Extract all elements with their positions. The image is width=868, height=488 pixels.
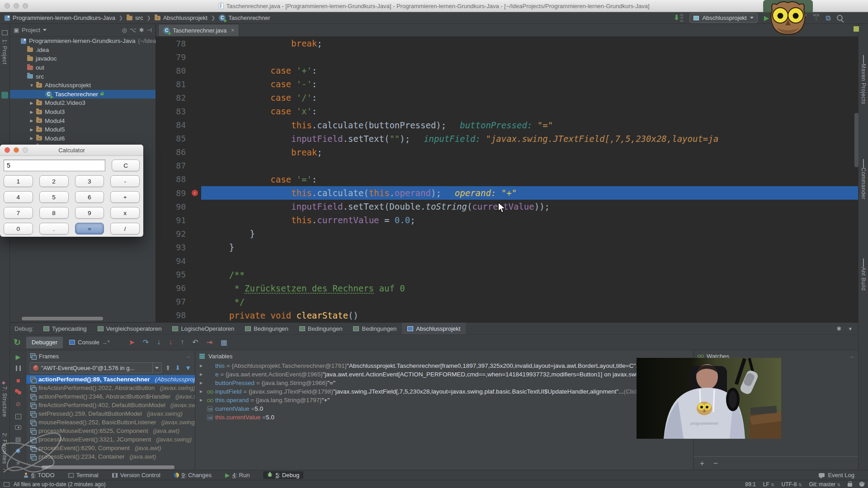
drop-frame-icon[interactable]: ↶ [192,338,198,347]
tree-collapsed-icon[interactable]: ▶ [200,389,207,394]
stack-frame-row[interactable]: actionPerformed():2346, AbstractButton$H… [26,392,195,401]
variable-row[interactable]: ▶inputField = {javax.swing.JTextField@17… [195,387,693,396]
stack-frame-row[interactable]: fireActionPerformed():2022, AbstractButt… [26,384,195,392]
evaluate-expression-icon[interactable]: ▦ [221,338,227,347]
toolwindow-button-changes[interactable]: 9: Changes [174,472,212,479]
stack-frame-row[interactable]: actionPerformed():89, Taschenrechner(Abs… [26,375,195,384]
stack-frame-row[interactable]: processMouseEvent():3321, JComponent(jav… [26,435,195,444]
minimize-icon[interactable] [14,147,19,153]
gutter-line-number[interactable]: 92 [156,227,201,240]
more-icon[interactable]: » [10,459,26,466]
inspection-status-icon[interactable] [854,26,859,32]
toolwindow-button-versioncontrol[interactable]: Version Control [112,472,160,479]
sidebar-item-project[interactable]: 1: Project [1,39,8,65]
run-config-combo[interactable]: Abschlussprojekt [689,13,757,23]
restore-layout-icon[interactable]: ▤ [10,436,26,443]
calculator-button-2[interactable]: 2 [39,175,69,187]
encoding-selector[interactable]: UTF-8 ⇅ [782,481,802,488]
tree-item-modul5[interactable]: ▶Modul5 [10,125,156,134]
gutter-line-number[interactable]: 97 [156,295,201,309]
stack-frame-row[interactable]: mouseReleased():252, BasicButtonListener… [26,418,195,427]
calculator-window[interactable]: Calculator 5 C 123-456+789x0.=/ [0,145,143,237]
zoom-window-icon[interactable] [23,3,28,9]
calculator-button-6[interactable]: 6 [75,191,104,203]
debug-tab-bedingungen[interactable]: Bedingungen [348,323,402,334]
tree-item-javadoc[interactable]: javadoc [10,54,156,63]
tab-debugger[interactable]: Debugger [26,337,63,348]
calculator-title-bar[interactable]: Calculator [0,145,143,156]
gutter-line-number[interactable]: 94 [156,254,201,268]
line-ending-selector[interactable]: LF ⇅ [763,481,774,488]
tree-expanded-icon[interactable]: ▼ [29,83,34,88]
tree-item-abschlussprojekt[interactable]: ▼Abschlussprojekt [10,81,156,90]
calculator-display-field[interactable]: 5 [4,160,105,171]
tool-window-icon[interactable] [1,92,8,99]
chevron-down-icon[interactable] [155,367,159,369]
tree-item-modul6[interactable]: ▶Modul6 [10,134,156,143]
collapse-all-icon[interactable]: ⌥ [130,27,137,33]
mute-breakpoints-icon[interactable]: ⊘ [10,400,26,408]
view-breakpoints-icon[interactable] [10,389,26,396]
editor-tab[interactable]: C Taschenrechner.java × [158,24,239,36]
diff-icon[interactable]: ⧉ [826,14,830,21]
thread-dump-icon[interactable]: ↑ [10,412,26,419]
gutter-line-number[interactable]: 89 [156,186,201,200]
tree-item--idea[interactable]: .idea [10,46,156,55]
close-tab-icon[interactable]: × [231,27,234,33]
calculator-button-=[interactable]: = [75,223,104,235]
rerun-icon[interactable]: ↻ [14,337,21,347]
calculator-button-9[interactable]: 9 [75,207,104,219]
gutter-line-number[interactable]: 80 [156,64,201,77]
toolwindow-button-debug[interactable]: 5: Debug [263,471,303,479]
show-execution-point-icon[interactable]: ➤ [128,338,134,347]
event-log-button[interactable]: Event Log [819,472,868,479]
sidebar-item-maven-projects[interactable]: Maven Projects [860,64,867,104]
breakpoint-icon[interactable] [192,190,198,196]
sidebar-item-favorites[interactable]: 2: Favorites [1,433,8,464]
tree-item-out[interactable]: out [10,63,156,72]
stack-frame-row[interactable]: setPressed():259, DefaultButtonModel(jav… [26,409,195,418]
stack-frame-row[interactable]: processEvent():6290, Component(java.awt) [26,444,195,452]
force-step-into-icon[interactable]: ↓ [169,338,172,347]
horizontal-scrollbar[interactable] [42,465,175,469]
breadcrumb-item[interactable]: Abschlussprojekt [155,14,208,21]
tree-collapsed-icon[interactable]: ▶ [200,381,207,385]
stack-frame-row[interactable]: processEvent():2234, Container(java.awt) [26,452,195,461]
gutter-line-number[interactable]: 83 [156,104,201,118]
tree-item-modul4[interactable]: ▶Modul4 [10,116,156,125]
step-over-icon[interactable]: ↷ [143,338,149,347]
variable-row[interactable]: ▶this = {Abschlussprojekt.Taschenrechner… [195,361,693,370]
sidebar-item-commander[interactable]: Commander [860,168,867,200]
stop-icon[interactable]: ■ [10,377,26,384]
variable-row[interactable]: ▶e = {java.awt.event.ActionEvent@1965} "… [195,370,693,379]
updates-icon[interactable]: ⬇011001 [674,14,683,22]
stack-frame-row[interactable]: processMouseEvent():6525, Component(java… [26,427,195,435]
debug-tab-vergleichsoperatoren[interactable]: Vergleichsoperatoren [92,323,167,334]
calculator-button-/[interactable]: / [110,223,140,235]
gear-icon[interactable]: ✱ [139,27,144,33]
gutter-line-number[interactable]: 96 [156,282,201,295]
debug-tab-bedingungen[interactable]: Bedingungen [240,323,294,334]
frame-up-icon[interactable]: ⬆ [165,364,171,371]
breadcrumb-item[interactable]: src [127,14,143,21]
window-traffic-lights[interactable] [5,3,28,9]
tree-collapsed-icon[interactable]: ▶ [29,127,34,132]
vcs-commit-icon[interactable]: VCS↑ [813,14,819,22]
tree-collapsed-icon[interactable]: ▶ [29,101,34,105]
locate-icon[interactable]: ◎ [122,27,127,33]
step-into-icon[interactable]: ↓ [157,338,160,347]
sidebar-item-ant-build[interactable]: Ant Build [860,267,867,291]
calculator-button-8[interactable]: 8 [39,207,69,219]
pause-icon[interactable] [10,365,26,372]
tree-item-src[interactable]: src [10,72,156,81]
close-window-icon[interactable] [5,3,10,9]
project-view-selector[interactable]: Project [22,27,40,33]
filter-icon[interactable]: ▼ [185,364,191,371]
gutter-line-number[interactable]: 87 [156,159,201,173]
gear-icon[interactable]: ✱ [837,325,842,332]
step-out-icon[interactable]: ↑ [180,338,184,347]
snapshot-icon[interactable] [10,424,26,431]
minimize-window-icon[interactable] [14,3,19,9]
gutter-line-number[interactable]: 88 [156,173,201,186]
gutter-line-number[interactable]: 85 [156,132,201,145]
